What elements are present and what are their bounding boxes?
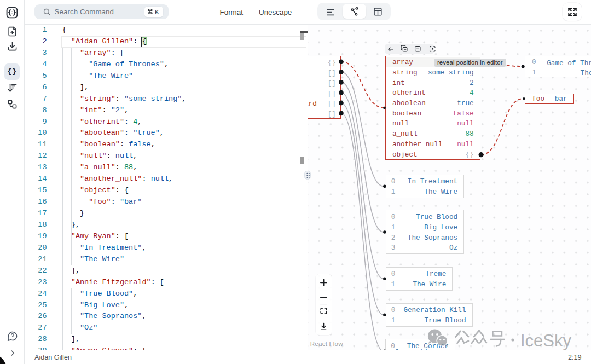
svg-text:IceSky: IceSky	[520, 331, 572, 350]
